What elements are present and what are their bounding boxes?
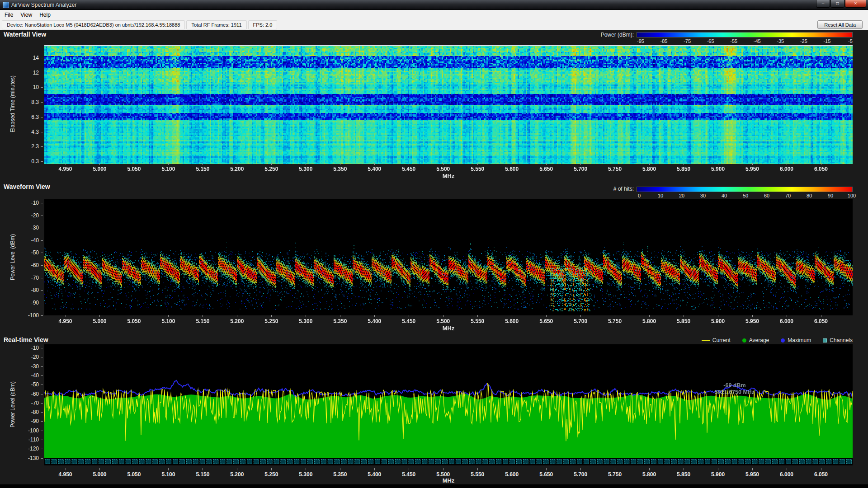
waveform-plot[interactable] xyxy=(44,199,853,315)
device-status: Device: NanoStation Loco M5 (0418D62AEDB… xyxy=(2,20,185,29)
y-tick-label: -30 xyxy=(31,363,39,370)
colorbar-tick-label: 20 xyxy=(679,193,684,198)
legend-label: Channels xyxy=(830,337,853,343)
x-tick-label: 5.550 xyxy=(471,471,484,478)
colorbar-tick-label: -95 xyxy=(637,38,644,44)
x-tick-label: 5.900 xyxy=(711,471,725,478)
power-colorbar-label: Power (dBm): xyxy=(571,32,634,38)
menu-item-file[interactable]: File xyxy=(1,10,17,19)
cursor-readout-power: -69 dBm xyxy=(705,382,764,389)
x-tick-label: 5.350 xyxy=(333,166,347,172)
x-tick-label: 5.750 xyxy=(608,166,622,172)
waveform-title: Waveform View xyxy=(4,183,50,190)
app-icon xyxy=(3,2,9,8)
cursor-readout-frequency: 5921.6750 MHz xyxy=(705,389,764,396)
y-tick-label: -80 xyxy=(31,287,39,293)
x-tick-label: 5.150 xyxy=(196,166,209,172)
y-tick-label: -80 xyxy=(31,409,39,415)
x-tick-label: 5.750 xyxy=(608,471,622,478)
x-tick-label: 5.500 xyxy=(436,318,450,324)
y-tick-label: 2.3 xyxy=(31,143,39,150)
y-tick-label: -100 xyxy=(28,427,39,434)
reset-all-data-button[interactable]: Reset All Data xyxy=(817,20,863,29)
x-tick-label: 5.300 xyxy=(299,166,312,172)
x-tick-label: 5.000 xyxy=(93,318,106,324)
y-tick-label: 12 xyxy=(33,70,39,76)
realtime-plot[interactable] xyxy=(44,344,853,465)
y-tick-label: -70 xyxy=(31,400,39,406)
x-tick-label: 5.250 xyxy=(264,166,278,172)
waterfall-plot[interactable] xyxy=(44,45,853,164)
rf-frames-status: Total RF Frames: 1911 xyxy=(186,20,246,29)
minimize-button[interactable]: – xyxy=(816,0,830,8)
x-tick-label: 5.800 xyxy=(642,318,656,324)
waterfall-x-axis: 4.9505.0005.0505.1005.1505.2005.2505.300… xyxy=(44,165,853,172)
y-tick-label: -70 xyxy=(31,275,39,281)
y-tick-label: -60 xyxy=(31,391,39,397)
x-tick-label: 5.000 xyxy=(93,166,106,172)
x-tick-label: 5.200 xyxy=(230,471,244,478)
x-tick-label: 5.100 xyxy=(161,166,175,172)
minimize-icon: – xyxy=(822,1,825,6)
x-tick-label: 5.800 xyxy=(642,471,656,478)
y-tick-label: 0.3 xyxy=(31,158,39,164)
y-tick-label: 10 xyxy=(33,84,39,90)
x-tick-label: 6.050 xyxy=(814,471,828,478)
x-tick-label: 5.650 xyxy=(539,318,553,324)
y-tick-label: -110 xyxy=(28,436,39,443)
waterfall-y-axis: 1412108.36.34.32.30.3 xyxy=(0,45,42,164)
colorbar-tick-label: 70 xyxy=(785,193,791,198)
colorbar-tick-label: -75 xyxy=(684,38,691,44)
x-tick-label: 5.250 xyxy=(264,318,278,324)
y-tick-label: 4.3 xyxy=(31,129,39,135)
colorbar-tick-label: -85 xyxy=(660,38,668,44)
x-tick-label: 5.000 xyxy=(93,471,106,478)
x-tick-label: 5.050 xyxy=(127,471,141,478)
power-colorbar xyxy=(637,32,853,38)
x-tick-label: 5.250 xyxy=(264,471,278,478)
close-button[interactable]: × xyxy=(845,0,866,8)
y-tick-label: 8.3 xyxy=(31,99,39,105)
x-tick-label: 4.950 xyxy=(58,318,72,324)
x-tick-label: 5.900 xyxy=(711,318,725,324)
x-tick-label: 5.800 xyxy=(642,166,656,172)
airview-window: AirView Spectrum Analyzer – □ × FileView… xyxy=(0,0,868,488)
y-tick-label: -20 xyxy=(31,212,39,219)
maximize-button[interactable]: □ xyxy=(830,0,844,8)
x-tick-label: 5.700 xyxy=(574,318,587,324)
realtime-title: Real-time View xyxy=(4,336,48,343)
menu-item-help[interactable]: Help xyxy=(36,10,54,19)
x-tick-label: 5.950 xyxy=(745,471,759,478)
x-tick-label: 5.150 xyxy=(196,471,209,478)
colorbar-tick-label: -55 xyxy=(730,38,737,44)
y-tick-label: -40 xyxy=(31,237,39,244)
y-tick-label: 6.3 xyxy=(31,114,39,120)
x-tick-label: 5.450 xyxy=(402,166,415,172)
waterfall-title: Waterfall View xyxy=(4,31,46,38)
colorbar-tick-label: 80 xyxy=(807,193,812,198)
waveform-x-axis: 4.9505.0005.0505.1005.1505.2005.2505.300… xyxy=(44,317,853,324)
legend-item-maximum: Maximum xyxy=(781,337,811,343)
x-tick-label: 5.200 xyxy=(230,166,244,172)
y-tick-label: -20 xyxy=(31,354,39,360)
y-tick-label: -100 xyxy=(28,312,39,319)
statusbar: Device: NanoStation Loco M5 (0418D62AEDB… xyxy=(0,19,868,30)
legend-item-current: Current xyxy=(702,337,731,343)
colorbar-tick-label: -65 xyxy=(707,38,714,44)
x-tick-label: 6.000 xyxy=(780,166,793,172)
menu-item-view[interactable]: View xyxy=(17,10,36,19)
x-tick-label: 5.850 xyxy=(677,471,690,478)
x-tick-label: 6.000 xyxy=(780,471,793,478)
legend-item-average: Average xyxy=(742,337,769,343)
menubar: FileViewHelp xyxy=(0,10,868,19)
x-tick-label: 4.950 xyxy=(58,166,72,172)
x-tick-label: 5.550 xyxy=(471,318,484,324)
legend-label: Maximum xyxy=(788,337,811,343)
x-tick-label: 5.750 xyxy=(608,318,622,324)
x-tick-label: 4.950 xyxy=(58,471,72,478)
x-tick-label: 5.950 xyxy=(745,318,759,324)
legend-label: Current xyxy=(712,337,731,343)
legend-item-channels: Channels xyxy=(823,337,853,343)
fps-status: FPS: 2.0 xyxy=(248,20,278,29)
power-colorbar-ticks: -95-85-75-65-55-45-35-25-15-5 xyxy=(637,38,853,45)
